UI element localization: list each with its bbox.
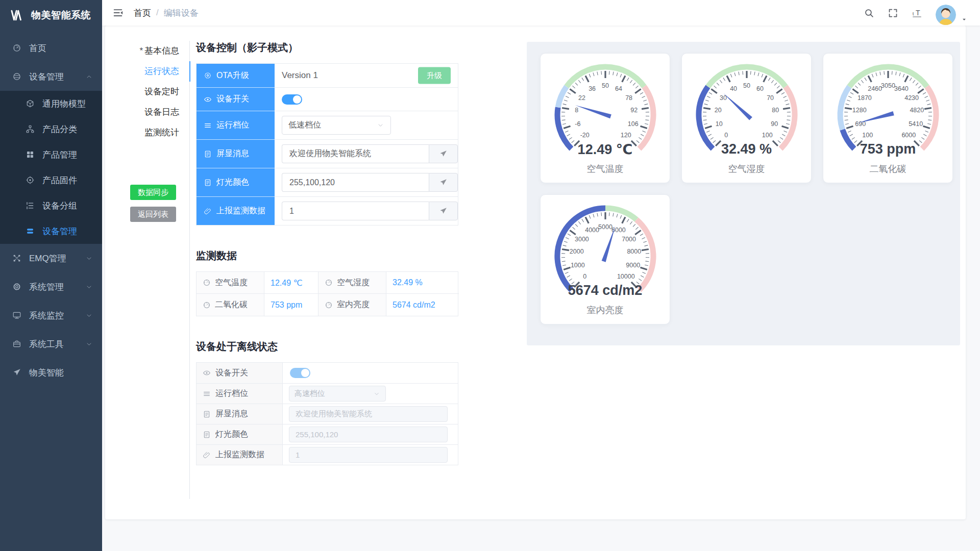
user-menu[interactable] [936,5,968,25]
row-label-text: 上报监测数据 [215,449,264,460]
monitor-value: 753 ppm [264,294,318,316]
row-label-text: 灯光颜色 [216,177,249,188]
table-row-report-data: 上报监测数据 [197,196,458,225]
gauge-panel: -20-68223650647892106120 12.49 ℃ 空气温度 01… [527,42,960,345]
row-label: 上报监测数据 [197,445,283,465]
row-cell [275,196,458,225]
svg-text:50: 50 [743,82,750,89]
odometer-icon [325,301,333,309]
data-sync-button[interactable]: 数据同步 [130,185,176,200]
row-cell [283,363,458,383]
tab-run-status[interactable]: 运行状态 [128,61,190,82]
ota-icon [204,71,212,80]
svg-text:7000: 7000 [622,236,636,243]
svg-text:1870: 1870 [857,94,872,102]
svg-text:3640: 3640 [894,85,909,92]
table-row-ota: OTA升级 Version 1 升级 [197,64,458,87]
gauge-value: 32.49 % [682,141,811,157]
sidebar-item-label: 设备管理 [42,226,77,237]
sidebar-item-device-management-sub[interactable]: 设备管理 [0,218,102,244]
paperclip-icon [204,207,212,215]
svg-text:8: 8 [575,107,578,114]
sidebar-item-wumei-smart[interactable]: 物美智能 [0,358,102,387]
light-color-input[interactable] [282,173,429,192]
table-row-gear: 运行档位 低速档位 [197,111,458,139]
document-icon [203,431,211,439]
row-cell [275,139,458,168]
monitor-value: 5674 cd/m2 [386,294,459,316]
sidebar-item-product-management[interactable]: 产品管理 [0,142,102,167]
app-logo[interactable]: 物美智能系统 [0,0,102,31]
sidebar-item-system-tools[interactable]: 系统工具 [0,330,102,358]
sidebar-item-label: EMQ管理 [29,253,66,264]
search-icon[interactable] [864,8,874,18]
tab-device-log[interactable]: 设备日志 [128,102,190,122]
sidebar-item-home[interactable]: 首页 [0,34,102,62]
device-switch-toggle[interactable] [282,94,302,105]
svg-text:50: 50 [602,82,609,89]
svg-text:36: 36 [589,85,596,92]
app-title: 物美智能系统 [31,9,91,22]
sidebar-item-general-thing-model[interactable]: 通用物模型 [0,91,102,116]
tab-monitor-stats[interactable]: 监测统计 [128,122,190,143]
back-to-list-button[interactable]: 返回列表 [130,207,176,222]
breadcrumb: 首页 / 编辑设备 [134,7,199,19]
row-label-text: 运行档位 [216,120,249,131]
monitor-label: 室内亮度 [318,294,386,316]
breadcrumb-separator: / [156,8,159,18]
breadcrumb-home[interactable]: 首页 [134,7,151,19]
send-button[interactable] [429,144,458,163]
sidebar-item-emq-management[interactable]: EMQ管理 [0,244,102,272]
paperclip-icon [203,451,211,459]
screen-message-input-disabled [289,406,448,422]
svg-text:22: 22 [578,94,585,102]
send-button[interactable] [429,202,458,220]
sidebar-item-label: 设备管理 [29,71,64,83]
bars-icon [26,227,35,236]
report-data-input-disabled [289,447,448,463]
svg-text:100: 100 [762,132,773,139]
caret-down-icon [961,16,968,23]
monitor-value: 32.49 % [386,272,459,294]
svg-text:78: 78 [625,94,632,102]
sidebar-item-label: 系统管理 [29,281,64,293]
send-button[interactable] [429,173,458,192]
sidebar-item-device-group[interactable]: 设备分组 [0,193,102,218]
screen-message-input[interactable] [282,144,429,163]
lines-icon [204,121,212,130]
svg-text:2460: 2460 [868,85,882,92]
sidebar-collapse-icon[interactable] [112,7,124,18]
chevron-down-icon [85,283,93,291]
sidebar-item-product-category[interactable]: 产品分类 [0,116,102,142]
breadcrumb-current: 编辑设备 [164,7,199,19]
svg-text:10000: 10000 [617,273,635,280]
tab-device-timing[interactable]: 设备定时 [128,82,190,102]
svg-text:8000: 8000 [627,248,641,255]
gauge-name: 二氧化碳 [823,163,952,175]
select-value: 高速档位 [295,389,325,398]
gauge-card-co2: 1006901280187024603050364042304820541060… [823,53,953,183]
sidebar-item-label: 设备分组 [42,200,77,212]
device-detail-card: *基本信息 运行状态 设备定时 设备日志 监测统计 数据同步 返回列表 [105,26,966,519]
light-color-group [282,173,458,192]
sidebar-item-device-management[interactable]: 设备管理 [0,62,102,91]
tab-label: 基本信息 [144,46,179,56]
gear-icon [12,282,21,291]
send-plane-icon [439,149,448,158]
tab-basic-info[interactable]: *基本信息 [128,41,190,61]
sidebar-item-system-management[interactable]: 系统管理 [0,272,102,301]
svg-text:5410: 5410 [909,120,923,128]
monitor-label-text: 空气湿度 [337,278,370,288]
font-size-icon[interactable]: tT [912,8,922,18]
gauge-value: 12.49 ℃ [541,141,670,158]
monitor-label: 二氧化碳 [197,294,264,316]
fullscreen-icon[interactable] [888,8,898,18]
table-row-report-data: 上报监测数据 [197,444,458,465]
monitor-label: 空气温度 [197,272,264,294]
sidebar-item-system-monitor[interactable]: 系统监控 [0,301,102,330]
report-data-input[interactable] [282,202,429,220]
sidebar-item-product-firmware[interactable]: 产品固件 [0,167,102,193]
upgrade-button[interactable]: 升级 [418,67,451,84]
run-gear-select[interactable]: 低速档位 [282,116,391,135]
row-cell: Version 1 升级 [275,64,458,87]
